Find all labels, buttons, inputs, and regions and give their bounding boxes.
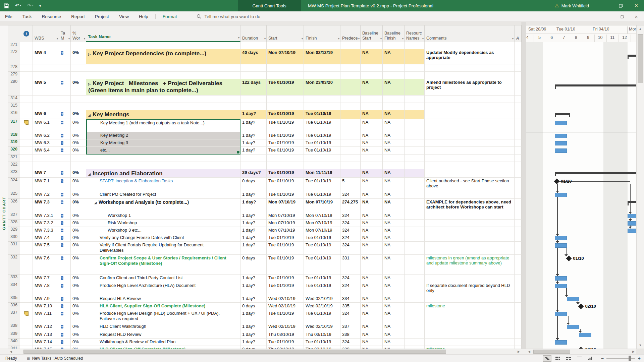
cell-a[interactable] [515,42,522,49]
vertical-scrollbar[interactable]: ▲ ▼ [636,25,644,349]
gantt-bar-task[interactable] [567,325,579,329]
cell-predecessors[interactable] [340,49,361,64]
cell-finish[interactable] [304,103,340,110]
cell-baseline-start[interactable] [361,155,383,162]
cell-baseline-start[interactable]: NA [361,220,383,227]
cell-duration[interactable]: 1 day? [240,323,267,331]
cell-finish[interactable] [304,72,340,79]
row-number[interactable]: 334 [8,282,20,295]
cell-task-mode[interactable]: ↪ [59,178,71,191]
cell-task-name[interactable]: Client PO Created for Project [86,191,240,199]
cell-percent-work[interactable]: 0% [71,282,86,295]
restore-ribbon-icon[interactable] [616,12,628,21]
cell-comments[interactable] [425,227,515,234]
cell-baseline-start[interactable]: NA [361,147,383,155]
zoom-slider[interactable] [606,358,635,359]
cell-info[interactable] [20,119,33,132]
cell-duration[interactable]: 1 day? [240,339,267,346]
cell-wbs[interactable]: MW 7.9 [33,295,59,303]
cell-wbs[interactable]: MW 6.2 [33,132,59,139]
table-scrollbar-thumb[interactable] [23,350,446,354]
zoom-in-icon[interactable]: + [638,356,641,361]
cell-duration[interactable]: 1 day? [240,191,267,199]
cell-baseline-start[interactable]: NA [361,119,383,132]
cell-baseline-finish[interactable]: NA [383,255,405,275]
column-header-wbs[interactable]: WBS▾ [33,25,59,42]
cell-baseline-finish[interactable]: NA [383,346,405,349]
cell-a[interactable] [515,234,522,242]
cell-duration[interactable]: 0 days [240,346,267,349]
cell-predecessors[interactable]: 324 [340,310,361,323]
new-tasks-mode-button[interactable]: ▦ New Tasks : Auto Scheduled [27,356,83,361]
cell-task-name[interactable]: START: Inception & Elaboration Tasks [86,178,240,191]
gantt-bar-task[interactable] [555,134,567,138]
cell-wbs[interactable]: MW 7.8 [33,282,59,295]
cell-task-name[interactable] [86,103,240,110]
cell-duration[interactable]: 1 day? [240,139,267,147]
cell-finish[interactable]: Thu 03/10/19 [304,346,340,349]
cell-baseline-finish[interactable] [383,64,405,72]
cell-finish[interactable]: Thu 03/10/19 [304,331,340,339]
cell-task-name[interactable]: Produce High Level Design (HLD) Document… [86,310,240,323]
cell-info[interactable] [20,282,33,295]
gantt-scrollbar-thumb[interactable] [533,350,570,354]
cell-info[interactable] [20,255,33,275]
cell-info[interactable] [20,227,33,234]
cell-resource-names[interactable] [405,212,425,220]
cell-finish[interactable]: Tue 01/10/19 [304,191,340,199]
cell-info[interactable] [20,303,33,310]
cell-start[interactable]: Mon 07/10/19 [267,49,304,64]
cell-info[interactable] [20,72,33,79]
cell-task-name[interactable]: Verify if Client Portals Require Updatin… [86,242,240,255]
cell-info[interactable] [20,234,33,242]
cell-start[interactable]: Mon 07/10/19 [267,199,304,212]
cell-percent-work[interactable]: 0% [71,331,86,339]
tab-resource[interactable]: Resource [37,11,66,22]
cell-baseline-finish[interactable]: NA [383,212,405,220]
cell-start[interactable]: Tue 01/10/19 [267,282,304,295]
cell-predecessors[interactable]: 324 [340,234,361,242]
cell-comments[interactable]: Client authorised - see Start Phase sect… [425,178,515,191]
cell-info[interactable] [20,220,33,227]
cell-task-mode[interactable] [59,96,71,103]
cell-percent-work[interactable]: 0% [71,212,86,220]
cell-wbs[interactable]: MW 6.4 [33,147,59,155]
cell-comments[interactable] [425,147,515,155]
cell-info[interactable] [20,96,33,103]
cell-predecessors[interactable] [340,64,361,72]
cell-duration[interactable] [240,103,267,110]
cell-wbs[interactable]: MW 7.10 [33,303,59,310]
cell-finish[interactable]: Mon 07/10/19 [304,212,340,220]
cell-comments[interactable] [425,331,515,339]
cell-baseline-start[interactable]: NA [361,199,383,212]
cell-start[interactable]: Tue 01/10/19 [267,178,304,191]
cell-duration[interactable]: 1 day? [240,242,267,255]
row-number[interactable]: 336 [8,303,20,310]
cell-baseline-start[interactable] [361,64,383,72]
cell-baseline-start[interactable] [361,96,383,103]
cell-a[interactable] [515,191,522,199]
cell-task-mode[interactable]: ↪ [59,255,71,275]
cell-predecessors[interactable] [340,119,361,132]
cell-percent-work[interactable]: 0% [71,169,86,178]
cell-task-mode[interactable] [59,42,71,49]
zoom-out-icon[interactable]: − [601,356,604,361]
cell-a[interactable] [515,282,522,295]
cell-predecessors[interactable] [340,42,361,49]
cell-comments[interactable] [425,323,515,331]
view-report-icon[interactable] [586,355,594,362]
gantt-bar-summary[interactable] [628,55,636,57]
cell-task-name[interactable] [86,162,240,169]
collapse-expand-icon-collapsed[interactable]: ▷ [88,82,91,86]
row-number[interactable]: 320 [8,147,20,155]
cell-percent-work[interactable]: 0% [71,110,86,119]
row-number[interactable]: 314 [8,96,20,103]
cell-duration[interactable]: 0 days [240,178,267,191]
cell-duration[interactable]: 1 day? [240,119,267,132]
gantt-timescale[interactable]: Sat 28/09Tue 01/10Fri 04/10Mon4567891011… [526,25,636,42]
cell-predecessors[interactable] [340,72,361,79]
cell-baseline-start[interactable]: NA [361,227,383,234]
collapse-expand-icon-collapsed[interactable]: ▷ [88,53,91,56]
cell-baseline-finish[interactable]: NA [383,234,405,242]
dropdown-arrow-icon[interactable]: ▾ [302,37,303,40]
